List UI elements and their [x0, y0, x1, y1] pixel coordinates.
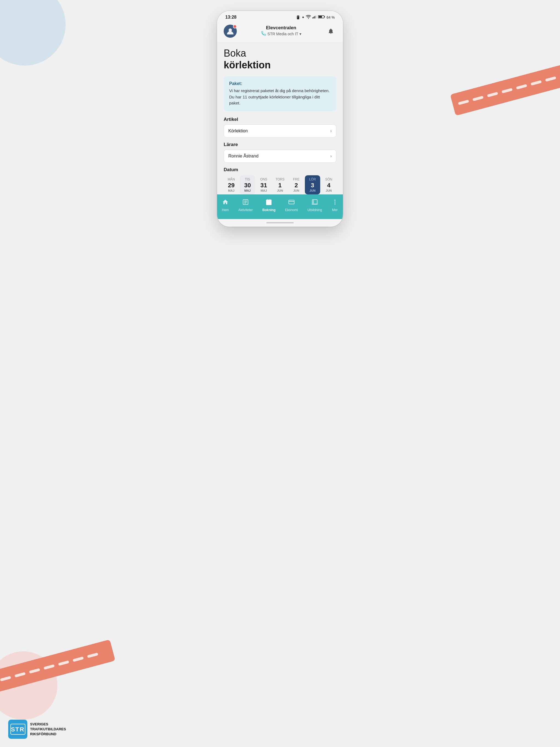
info-box-text: Vi har registrerat paketet åt dig på den… — [229, 88, 331, 106]
road-stripe-top — [450, 59, 560, 116]
nav-subtitle[interactable]: STR Media och IT ▾ — [261, 31, 301, 37]
nav-item-mer[interactable]: Mer — [329, 197, 341, 213]
subtitle-text: STR Media och IT — [268, 32, 298, 36]
svg-rect-14 — [268, 203, 269, 204]
date-month: MAJ — [261, 189, 267, 192]
artikel-select[interactable]: Körlektion › — [224, 124, 336, 137]
svg-rect-3 — [315, 15, 316, 18]
date-number: 29 — [228, 182, 234, 189]
svg-rect-17 — [312, 200, 317, 204]
str-org-line1: SVERIGES — [30, 722, 66, 727]
date-cell[interactable]: LÖR 3 JUN — [305, 175, 320, 195]
larare-chevron-icon: › — [330, 154, 332, 159]
notification-bell-button[interactable] — [325, 26, 336, 36]
svg-rect-6 — [319, 16, 322, 18]
date-grid: MÅN 29 MAJ TIS 30 MAJ ONS 31 MAJ TORS 1 … — [224, 175, 336, 195]
home-bar — [266, 222, 294, 223]
info-box: Paket: Vi har registrerat paketet åt dig… — [224, 76, 336, 111]
info-box-label: Paket: — [229, 81, 331, 86]
nav-item-label: Aktiviteter — [238, 208, 253, 212]
larare-label: Lärare — [224, 142, 336, 147]
date-number: 31 — [260, 182, 267, 189]
page-title: Boka körlektion — [224, 47, 336, 71]
svg-rect-0 — [312, 17, 313, 18]
date-cell[interactable]: FRE 2 JUN — [289, 175, 304, 195]
svg-rect-5 — [324, 16, 325, 17]
date-day-name: FRE — [293, 177, 299, 181]
date-number: 1 — [278, 182, 282, 189]
date-day-name: ONS — [260, 177, 268, 181]
date-day-name: SÖN — [325, 177, 332, 181]
date-day-name: MÅN — [228, 177, 235, 181]
nav-item-hem[interactable]: Hem — [219, 197, 231, 213]
svg-text:S: S — [11, 726, 15, 733]
larare-select[interactable]: Ronnie Åstrand › — [224, 150, 336, 163]
artikel-label: Artikel — [224, 117, 336, 122]
bg-circle-top — [0, 0, 66, 66]
nav-item-label: Utbildning — [307, 208, 322, 212]
date-cell[interactable]: TORS 1 JUN — [272, 175, 287, 195]
page-title-normal: Boka — [224, 48, 246, 59]
economy-icon — [288, 199, 295, 207]
date-day-name: TIS — [245, 177, 250, 181]
svg-point-20 — [334, 202, 335, 203]
page-title-bold: körlektion — [224, 59, 271, 71]
nav-item-label: Hem — [222, 208, 229, 212]
date-number: 3 — [311, 182, 314, 189]
svg-point-21 — [334, 203, 335, 205]
svg-point-19 — [334, 200, 335, 201]
date-cell[interactable]: TIS 30 MAJ — [240, 175, 255, 195]
activities-icon — [242, 199, 249, 207]
larare-section: Lärare Ronnie Åstrand › — [224, 142, 336, 163]
signal-icon — [312, 15, 316, 19]
home-icon — [222, 199, 229, 207]
vibrate-icon: 📳 — [296, 15, 300, 19]
nav-center: Elevcentralen STR Media och IT ▾ — [261, 25, 301, 37]
top-nav: Elevcentralen STR Media och IT ▾ — [217, 22, 343, 42]
date-month: JUN — [309, 189, 315, 192]
bluetooth-icon: ✦ — [302, 15, 305, 19]
str-logo-box: S T R — [8, 720, 27, 739]
date-cell[interactable]: ONS 31 MAJ — [256, 175, 271, 195]
nav-item-label: Mer — [332, 208, 338, 212]
date-number: 2 — [295, 182, 298, 189]
bottom-nav: Hem Aktiviteter Bokning Ekonomi Utbildni… — [217, 195, 343, 219]
education-icon — [311, 199, 318, 207]
date-month: JUN — [277, 189, 283, 192]
booking-icon — [265, 199, 272, 207]
date-month: MAJ — [245, 189, 251, 192]
artikel-chevron-icon: › — [330, 129, 332, 133]
nav-item-label: Bokning — [262, 208, 275, 212]
datum-section: Datum MÅN 29 MAJ TIS 30 MAJ ONS 31 MAJ T… — [224, 167, 336, 195]
status-bar: 13:28 📳 ✦ — [217, 11, 343, 22]
date-day-name: LÖR — [309, 177, 316, 181]
wifi-icon — [306, 15, 311, 20]
nav-item-aktiviteter[interactable]: Aktiviteter — [236, 197, 256, 213]
artikel-select-value: Körlektion — [228, 129, 248, 133]
battery-percent: 64 % — [327, 15, 335, 19]
phone-frame: 13:28 📳 ✦ — [217, 11, 343, 227]
date-number: 4 — [327, 182, 330, 189]
avatar-wrapper[interactable] — [224, 25, 237, 38]
date-month: MAJ — [228, 189, 234, 192]
status-time: 13:28 — [225, 15, 236, 20]
svg-rect-12 — [266, 200, 271, 205]
date-cell[interactable]: MÅN 29 MAJ — [224, 175, 239, 195]
larare-select-value: Ronnie Åstrand — [228, 154, 258, 159]
date-number: 30 — [244, 182, 251, 189]
str-org-line2: TRAFIKUTBILDARES — [30, 727, 66, 732]
date-month: JUN — [293, 189, 299, 192]
svg-text:R: R — [20, 726, 24, 733]
svg-rect-1 — [313, 17, 314, 18]
nav-item-utbildning[interactable]: Utbildning — [305, 197, 325, 213]
date-month: JUN — [326, 189, 332, 192]
app-title: Elevcentralen — [261, 25, 301, 31]
main-content: Boka körlektion Paket: Vi har registrera… — [217, 42, 343, 195]
status-icons: 📳 ✦ — [296, 15, 335, 20]
date-cell[interactable]: SÖN 4 JUN — [321, 175, 336, 195]
nav-item-bokning[interactable]: Bokning — [259, 197, 278, 213]
date-day-name: TORS — [275, 177, 284, 181]
nav-item-ekonomi[interactable]: Ekonomi — [282, 197, 301, 213]
svg-rect-2 — [314, 16, 315, 18]
notification-badge — [233, 25, 237, 28]
